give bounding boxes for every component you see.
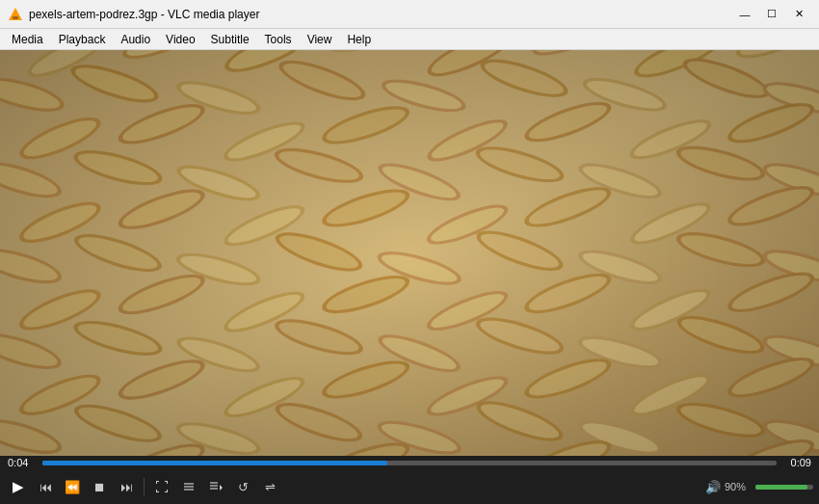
playlist-button[interactable]: [203, 474, 228, 499]
time-total: 0:09: [782, 457, 811, 468]
video-frame: [0, 50, 819, 456]
video-content: [0, 50, 819, 456]
svg-marker-2: [11, 10, 21, 19]
progress-bar-container: 0:04 0:09: [0, 456, 819, 469]
loop-button[interactable]: ↺: [230, 474, 255, 499]
menu-tools[interactable]: Tools: [257, 29, 300, 49]
window-controls: — ☐ ✕: [732, 5, 811, 24]
stop-button[interactable]: ⏹: [87, 474, 112, 499]
menu-help[interactable]: Help: [339, 29, 379, 49]
back-button[interactable]: ⏪: [60, 474, 85, 499]
vlc-icon: [8, 7, 23, 22]
extended-settings-button[interactable]: [176, 474, 201, 499]
svg-rect-190: [0, 50, 819, 456]
volume-track[interactable]: [755, 485, 813, 490]
video-area: [0, 50, 819, 456]
menu-playback[interactable]: Playback: [51, 29, 114, 49]
progress-fill: [42, 461, 387, 465]
separator-1: [144, 478, 145, 495]
next-button[interactable]: ⏭: [114, 474, 139, 499]
volume-section: 🔊 90%: [705, 480, 813, 494]
volume-icon[interactable]: 🔊: [705, 480, 721, 494]
fullscreen-button[interactable]: [149, 474, 174, 499]
window-title: pexels-artem-podrez.3gp - VLC media play…: [29, 8, 732, 21]
volume-fill: [755, 485, 807, 490]
volume-label: 90%: [725, 481, 752, 492]
menu-audio[interactable]: Audio: [113, 29, 158, 49]
prev-track-button[interactable]: ⏮: [33, 474, 58, 499]
menu-bar: Media Playback Audio Video Subtitle Tool…: [0, 29, 819, 50]
time-elapsed: 0:04: [8, 457, 37, 468]
shuffle-button[interactable]: ⇌: [257, 474, 282, 499]
progress-track[interactable]: [42, 461, 777, 465]
fullscreen-icon: [155, 480, 169, 493]
menu-video[interactable]: Video: [158, 29, 202, 49]
menu-media[interactable]: Media: [4, 29, 51, 49]
controls-area: 0:04 0:09 ▶ ⏮ ⏪ ⏹ ⏭: [0, 456, 819, 504]
svg-marker-197: [220, 485, 223, 491]
minimize-button[interactable]: —: [732, 5, 757, 24]
play-pause-button[interactable]: ▶: [6, 474, 31, 499]
title-bar: pexels-artem-podrez.3gp - VLC media play…: [0, 0, 819, 29]
extended-settings-icon: [182, 480, 196, 493]
maximize-button[interactable]: ☐: [759, 5, 784, 24]
menu-view[interactable]: View: [300, 29, 340, 49]
bottom-controls: ▶ ⏮ ⏪ ⏹ ⏭ ↺ ⇌: [0, 469, 819, 504]
close-button[interactable]: ✕: [786, 5, 811, 24]
menu-subtitle[interactable]: Subtitle: [203, 29, 257, 49]
playlist-icon: [209, 480, 223, 493]
